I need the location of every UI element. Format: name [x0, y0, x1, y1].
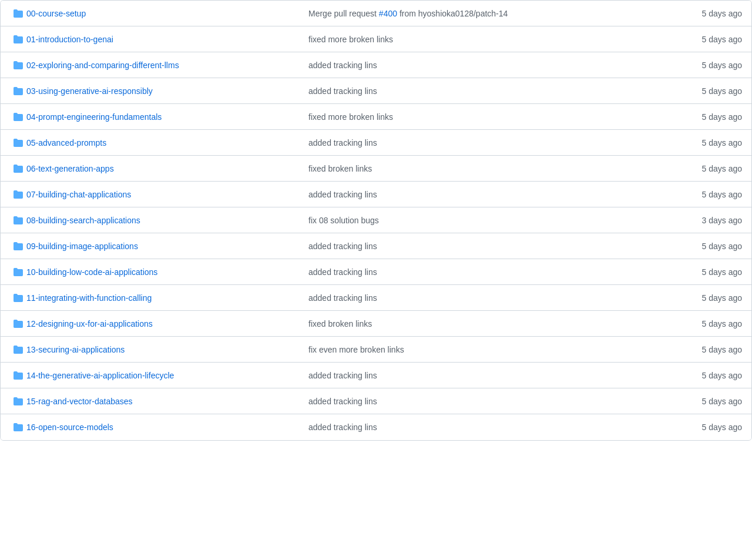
commit-message: fixed broken links: [308, 319, 672, 328]
file-name[interactable]: 06-text-generation-apps: [26, 164, 308, 173]
table-row[interactable]: 03-using-generative-ai-responsiblyadded …: [1, 78, 751, 104]
commit-message: fix 08 solution bugs: [308, 216, 672, 225]
commit-message: added tracking lins: [308, 371, 672, 380]
timestamp: 5 days ago: [672, 319, 742, 328]
table-row[interactable]: 04-prompt-engineering-fundamentalsfixed …: [1, 104, 751, 130]
folder-icon: [10, 164, 26, 173]
timestamp: 3 days ago: [672, 216, 742, 225]
file-name[interactable]: 00-course-setup: [26, 9, 308, 18]
table-row[interactable]: 09-building-image-applicationsadded trac…: [1, 233, 751, 259]
table-row[interactable]: 02-exploring-and-comparing-different-llm…: [1, 52, 751, 78]
file-name[interactable]: 08-building-search-applications: [26, 216, 308, 225]
timestamp: 5 days ago: [672, 112, 742, 122]
table-row[interactable]: 14-the-generative-ai-application-lifecyc…: [1, 363, 751, 388]
timestamp: 5 days ago: [672, 242, 742, 251]
file-name[interactable]: 09-building-image-applications: [26, 242, 308, 251]
commit-message: fix even more broken links: [308, 345, 672, 354]
commit-message: Merge pull request #400 from hyoshioka01…: [308, 9, 672, 18]
timestamp: 5 days ago: [672, 138, 742, 147]
file-name[interactable]: 01-introduction-to-genai: [26, 35, 308, 44]
file-name[interactable]: 14-the-generative-ai-application-lifecyc…: [26, 371, 308, 380]
commit-message: added tracking lins: [308, 397, 672, 406]
table-row[interactable]: 16-open-source-modelsadded tracking lins…: [1, 414, 751, 440]
file-name[interactable]: 10-building-low-code-ai-applications: [26, 267, 308, 277]
file-name[interactable]: 03-using-generative-ai-responsibly: [26, 86, 308, 96]
timestamp: 5 days ago: [672, 86, 742, 96]
commit-message: fixed more broken links: [308, 112, 672, 122]
timestamp: 5 days ago: [672, 164, 742, 173]
folder-icon: [10, 112, 26, 122]
table-row[interactable]: 15-rag-and-vector-databasesadded trackin…: [1, 388, 751, 414]
table-row[interactable]: 12-designing-ux-for-ai-applicationsfixed…: [1, 311, 751, 337]
table-row[interactable]: 00-course-setupMerge pull request #400 f…: [1, 1, 751, 26]
table-row[interactable]: 01-introduction-to-genaifixed more broke…: [1, 26, 751, 52]
commit-message: added tracking lins: [308, 86, 672, 96]
folder-icon: [10, 319, 26, 328]
folder-icon: [10, 35, 26, 44]
table-row[interactable]: 07-building-chat-applicationsadded track…: [1, 182, 751, 207]
commit-message: added tracking lins: [308, 422, 672, 432]
commit-link[interactable]: #400: [379, 9, 397, 18]
folder-icon: [10, 242, 26, 251]
folder-icon: [10, 138, 26, 147]
file-list: 00-course-setupMerge pull request #400 f…: [0, 0, 752, 441]
timestamp: 5 days ago: [672, 371, 742, 380]
folder-icon: [10, 9, 26, 18]
timestamp: 5 days ago: [672, 267, 742, 277]
table-row[interactable]: 05-advanced-promptsadded tracking lins5 …: [1, 130, 751, 156]
timestamp: 5 days ago: [672, 422, 742, 432]
file-name[interactable]: 13-securing-ai-applications: [26, 345, 308, 354]
commit-message: added tracking lins: [308, 61, 672, 70]
commit-message: fixed more broken links: [308, 35, 672, 44]
file-name[interactable]: 04-prompt-engineering-fundamentals: [26, 112, 308, 122]
commit-message: added tracking lins: [308, 267, 672, 277]
commit-message: fixed broken links: [308, 164, 672, 173]
file-name[interactable]: 15-rag-and-vector-databases: [26, 397, 308, 406]
file-name[interactable]: 07-building-chat-applications: [26, 190, 308, 199]
timestamp: 5 days ago: [672, 397, 742, 406]
file-name[interactable]: 16-open-source-models: [26, 422, 308, 432]
commit-message: added tracking lins: [308, 190, 672, 199]
timestamp: 5 days ago: [672, 9, 742, 18]
folder-icon: [10, 216, 26, 225]
folder-icon: [10, 345, 26, 354]
file-name[interactable]: 12-designing-ux-for-ai-applications: [26, 319, 308, 328]
folder-icon: [10, 190, 26, 199]
folder-icon: [10, 397, 26, 406]
folder-icon: [10, 371, 26, 380]
table-row[interactable]: 08-building-search-applicationsfix 08 so…: [1, 207, 751, 233]
table-row[interactable]: 13-securing-ai-applicationsfix even more…: [1, 337, 751, 363]
folder-icon: [10, 61, 26, 70]
file-name[interactable]: 05-advanced-prompts: [26, 138, 308, 147]
commit-message: added tracking lins: [308, 242, 672, 251]
table-row[interactable]: 06-text-generation-appsfixed broken link…: [1, 156, 751, 182]
timestamp: 5 days ago: [672, 61, 742, 70]
table-row[interactable]: 10-building-low-code-ai-applicationsadde…: [1, 259, 751, 285]
timestamp: 5 days ago: [672, 345, 742, 354]
folder-icon: [10, 267, 26, 277]
folder-icon: [10, 422, 26, 432]
timestamp: 5 days ago: [672, 190, 742, 199]
table-row[interactable]: 11-integrating-with-function-callingadde…: [1, 285, 751, 311]
folder-icon: [10, 293, 26, 303]
timestamp: 5 days ago: [672, 293, 742, 303]
commit-message: added tracking lins: [308, 138, 672, 147]
file-name[interactable]: 02-exploring-and-comparing-different-llm…: [26, 61, 308, 70]
commit-message: added tracking lins: [308, 293, 672, 303]
file-name[interactable]: 11-integrating-with-function-calling: [26, 293, 308, 303]
timestamp: 5 days ago: [672, 35, 742, 44]
folder-icon: [10, 86, 26, 96]
